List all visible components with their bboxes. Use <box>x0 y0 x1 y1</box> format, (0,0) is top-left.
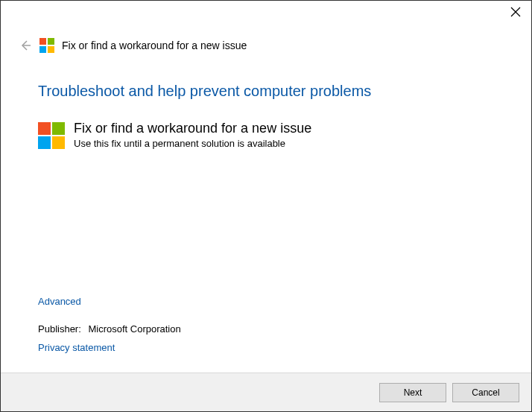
item-subtitle: Use this fix until a permanent solution … <box>74 138 311 149</box>
troubleshooter-item: Fix or find a workaround for a new issue… <box>38 121 494 149</box>
close-icon[interactable] <box>510 7 521 17</box>
publisher-value: Microsoft Corporation <box>88 323 180 335</box>
wizard-title: Fix or find a workaround for a new issue <box>62 39 247 51</box>
wizard-header: Fix or find a workaround for a new issue <box>1 31 531 53</box>
svg-rect-7 <box>38 122 51 135</box>
privacy-link[interactable]: Privacy statement <box>38 342 115 353</box>
svg-rect-10 <box>52 136 65 149</box>
main-heading: Troubleshoot and help prevent computer p… <box>38 83 494 100</box>
item-title: Fix or find a workaround for a new issue <box>74 121 311 136</box>
svg-rect-4 <box>48 38 54 45</box>
microsoft-logo-icon <box>39 38 54 53</box>
svg-rect-9 <box>38 136 51 149</box>
svg-rect-8 <box>52 122 65 135</box>
titlebar <box>1 1 531 31</box>
svg-rect-6 <box>48 46 54 53</box>
advanced-link[interactable]: Advanced <box>38 296 81 307</box>
publisher-row: Publisher: Microsoft Corporation <box>38 323 181 335</box>
svg-rect-3 <box>39 38 46 45</box>
microsoft-logo-icon <box>38 122 65 149</box>
next-button[interactable]: Next <box>379 383 446 402</box>
back-arrow-icon[interactable] <box>19 39 32 52</box>
svg-rect-5 <box>39 46 46 53</box>
footer-bar: Next Cancel <box>1 373 531 411</box>
lower-block: Advanced Publisher: Microsoft Corporatio… <box>38 296 181 353</box>
cancel-button[interactable]: Cancel <box>452 383 519 402</box>
content-area: Troubleshoot and help prevent computer p… <box>1 53 531 149</box>
publisher-label: Publisher: <box>38 323 81 335</box>
